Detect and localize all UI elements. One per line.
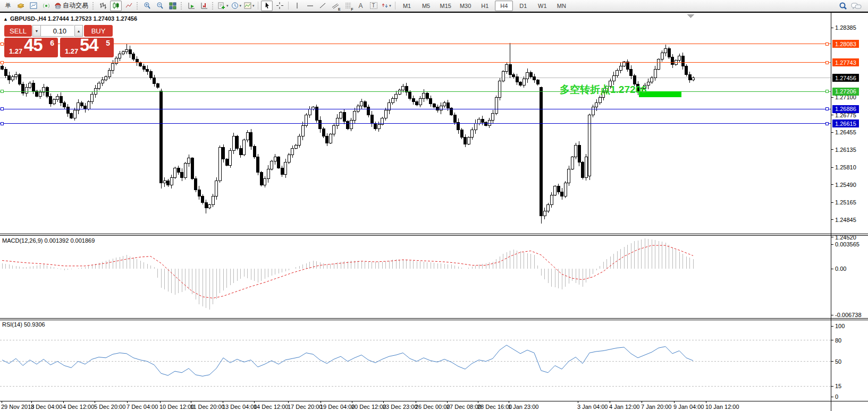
cursor-icon: [263, 2, 271, 10]
new-order-button[interactable]: 单: [2, 1, 14, 11]
timeframe-button[interactable]: D1: [514, 1, 532, 11]
line-chart-icon: [125, 2, 132, 10]
svg-text:1.25810: 1.25810: [835, 164, 856, 170]
crosshair-tool-button[interactable]: [274, 1, 285, 11]
search-icon: [838, 2, 848, 10]
svg-text:1.26135: 1.26135: [835, 147, 856, 153]
tile-windows-icon: [168, 2, 177, 10]
arrows-icon: [381, 2, 389, 10]
tile-windows-button[interactable]: [167, 1, 179, 11]
timeframe-button[interactable]: M30: [456, 1, 475, 11]
text-tool-button[interactable]: A: [355, 1, 367, 11]
indicators-button[interactable]: ▾: [217, 1, 229, 11]
svg-text:1.24845: 1.24845: [835, 217, 856, 223]
buy-quote-box[interactable]: 1.27 54 5: [60, 38, 114, 57]
order-book-icon: [16, 2, 25, 10]
svg-text:15: 15: [835, 383, 841, 389]
timeframe-group: M1 M5 M15 M30 H1 H4 D1 W1 MN: [398, 1, 571, 11]
timeframe-label: MN: [557, 1, 566, 11]
buy-price-pips: 54: [80, 35, 98, 55]
timeframe-label: M1: [403, 1, 411, 11]
zoom-in-button[interactable]: [141, 1, 153, 11]
bar-chart-button[interactable]: [97, 1, 109, 11]
svg-text:1.27456: 1.27456: [835, 75, 856, 81]
svg-text:1.28385: 1.28385: [835, 24, 856, 31]
mt4-application: 单 自动交易: [0, 0, 868, 411]
trendline-tool-button[interactable]: [317, 1, 328, 11]
svg-text:4 Jan 12:00: 4 Jan 12:00: [609, 404, 640, 410]
templates-button[interactable]: ▾: [243, 1, 255, 11]
indicators-icon: [217, 2, 226, 10]
macd-axis: 0.0035650.00-0.006738: [831, 241, 862, 318]
timeframe-button[interactable]: MN: [552, 1, 570, 11]
svg-text:1.27743: 1.27743: [835, 59, 856, 66]
svg-text:80: 80: [835, 337, 841, 344]
svg-text:5 Dec 20:00: 5 Dec 20:00: [94, 404, 125, 410]
svg-text:0.00: 0.00: [835, 266, 846, 272]
svg-text:14 Dec 12:00: 14 Dec 12:00: [254, 404, 288, 410]
rsi-panel: [0, 340, 831, 386]
macd-panel: [2, 238, 693, 310]
channel-tool-button[interactable]: E: [330, 1, 341, 11]
label-tool-button[interactable]: T: [368, 1, 380, 11]
fibonacci-tool-button[interactable]: F: [342, 1, 354, 11]
vertical-line-tool-button[interactable]: [291, 1, 303, 11]
level-lines[interactable]: [0, 42, 831, 125]
chat-button[interactable]: [850, 1, 863, 11]
timeframe-button[interactable]: M1: [398, 1, 416, 11]
svg-text:9 Jan 04:00: 9 Jan 04:00: [673, 404, 704, 410]
line-chart-button[interactable]: [123, 1, 134, 11]
one-click-trade-panel: SELL ▼ ▲ BUY 1.27 45 6 1.27 54 5: [4, 25, 115, 57]
sell-quote-box[interactable]: 1.27 45 6: [4, 38, 58, 57]
market-watch-button[interactable]: [28, 1, 39, 11]
macd-indicator-label: MACD(12,26,9) 0.001392 0.001869: [2, 237, 95, 244]
svg-text:10 Jan 12:00: 10 Jan 12:00: [705, 404, 739, 410]
svg-text:1.24520: 1.24520: [835, 234, 856, 241]
svg-text:11 Dec 20:00: 11 Dec 20:00: [190, 404, 225, 410]
autotrade-button[interactable]: 自动交易: [53, 1, 90, 11]
timeframe-label: M5: [422, 1, 430, 11]
chart-shift-button[interactable]: [198, 1, 210, 11]
svg-text:50: 50: [835, 358, 841, 365]
candlestick-chart-icon: [112, 2, 120, 10]
periods-button[interactable]: ▾: [230, 1, 242, 11]
order-book-button[interactable]: [15, 1, 27, 11]
horizontal-line-icon: [306, 2, 314, 10]
timeframe-label: M30: [460, 1, 471, 11]
cursor-tool-button[interactable]: [261, 1, 273, 11]
candlestick-chart-button[interactable]: [110, 1, 122, 11]
toolbar-separator: [258, 2, 258, 10]
timeframe-label: H1: [481, 1, 488, 11]
timeframe-button[interactable]: W1: [533, 1, 551, 11]
horizontal-line-tool-button[interactable]: [304, 1, 316, 11]
clock-icon: [231, 2, 239, 10]
template-icon: [243, 2, 252, 10]
chart-plot-area[interactable]: 1.283851.271001.267751.264551.261351.258…: [0, 13, 868, 411]
autotrade-robot-icon: [54, 2, 62, 10]
timeframe-button[interactable]: M5: [417, 1, 435, 11]
svg-text:1.26615: 1.26615: [835, 121, 856, 127]
timeframe-label: M15: [440, 1, 451, 11]
svg-text:1.26886: 1.26886: [835, 106, 856, 112]
auto-scroll-button[interactable]: [186, 1, 197, 11]
search-button[interactable]: [837, 1, 849, 11]
arrows-tool-button[interactable]: ▾: [381, 1, 392, 11]
timeframe-button[interactable]: M15: [436, 1, 455, 11]
zoom-out-button[interactable]: [154, 1, 166, 11]
timeframe-button[interactable]: H1: [476, 1, 494, 11]
dropdown-arrow-icon: ▾: [240, 4, 242, 8]
toolbar-grip: [92, 2, 95, 10]
collapse-arrow-icon[interactable]: ▲: [3, 16, 8, 22]
timeframe-button[interactable]: H4: [495, 1, 513, 11]
chart-window: 1.283851.271001.267751.264551.261351.258…: [0, 12, 868, 411]
toolbar-grip: [181, 2, 183, 10]
svg-text:1.25490: 1.25490: [835, 182, 856, 188]
signals-button[interactable]: [40, 1, 52, 11]
scroll-marker-icon[interactable]: [687, 14, 694, 18]
timeframe-label: D1: [519, 1, 527, 11]
volume-input[interactable]: [41, 25, 74, 37]
dropdown-arrow-icon: ▾: [252, 4, 255, 8]
vertical-line-icon: [294, 2, 300, 10]
pivot-annotation-text[interactable]: 多空转折点1.27206: [560, 83, 647, 97]
svg-text:17 Dec 20:00: 17 Dec 20:00: [288, 404, 322, 410]
